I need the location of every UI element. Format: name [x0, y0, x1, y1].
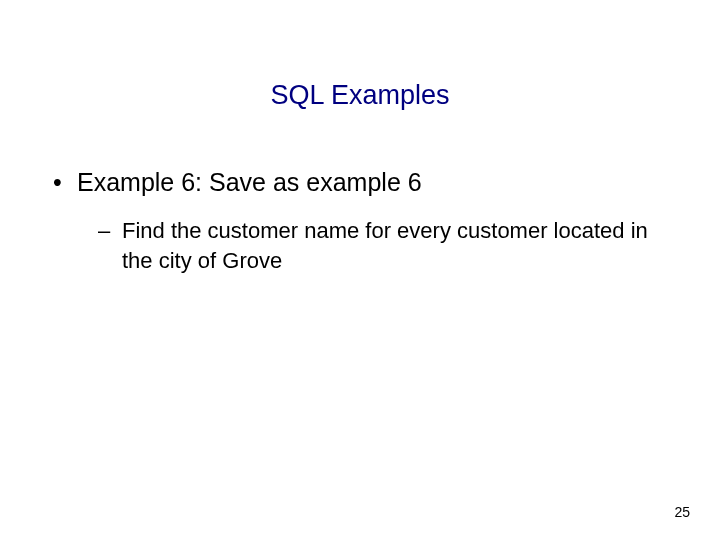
- bullet-2-text: Find the customer name for every custome…: [122, 216, 650, 275]
- slide: SQL Examples Example 6: Save as example …: [0, 0, 720, 540]
- bullet-1-text: Example 6: Save as example 6: [77, 168, 422, 197]
- slide-title: SQL Examples: [0, 80, 720, 111]
- bullet-level-1: Example 6: Save as example 6: [55, 168, 665, 197]
- bullet-level-2: Find the customer name for every custome…: [100, 216, 650, 275]
- page-number: 25: [674, 504, 690, 520]
